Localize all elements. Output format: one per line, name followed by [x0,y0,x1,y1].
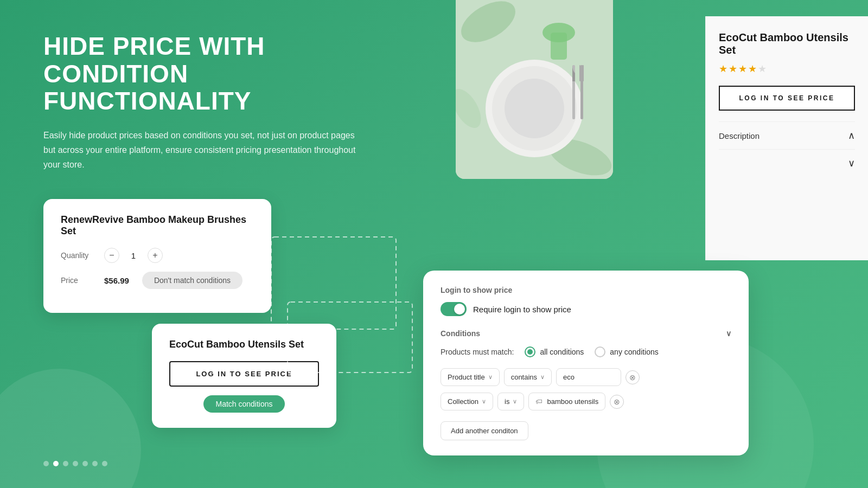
radio-all-outer [525,346,535,357]
toggle-label: Require login to show price [473,305,571,314]
condition1-field-chevron: ∨ [488,374,493,381]
conditions-chevron-down-icon: ∨ [726,329,731,338]
svg-point-10 [505,79,564,138]
svg-rect-14 [581,65,582,81]
radio-all-conditions[interactable]: all conditions [525,346,584,357]
login-section-title: Login to show price [441,286,731,294]
product-image-card [456,0,613,179]
condition2-field-select[interactable]: Collection ∨ [441,393,493,410]
condition1-close-icon: ⊗ [629,373,636,382]
star-4: ★ [748,63,757,75]
toggle-knob [454,304,465,314]
star-3: ★ [738,63,747,75]
radio-any-label: any conditions [610,348,659,356]
product-card-1: RenewRevive Bamboo Makeup Brushes Set Qu… [43,199,271,313]
product-detail-name: EcoCut Bamboo Utensils Set [719,31,855,56]
product-image [456,0,613,179]
card1-quantity-row: Quanlity − 1 + [61,248,254,263]
match-row: Products must match: all conditions any … [441,346,731,357]
svg-rect-0 [271,237,396,329]
qty-increase-btn[interactable]: + [148,248,163,263]
condition1-operator-chevron: ∨ [540,374,545,381]
dots-row [43,461,107,466]
dot-6[interactable] [102,461,107,466]
condition2-value-text: bamboo utensils [547,397,598,406]
condition2-remove-btn[interactable]: ⊗ [610,395,624,409]
dot-1[interactable] [53,461,59,466]
svg-rect-7 [551,33,567,60]
hero-description: Easily hide product prices based on cond… [43,128,369,172]
dot-4[interactable] [82,461,88,466]
card2-condition-badge: Match conditions [203,395,284,413]
qty-decrease-btn[interactable]: − [104,248,119,263]
extra-row[interactable]: ∨ [719,149,855,177]
product-details-card: EcoCut Bamboo Utensils Set ★ ★ ★ ★ ★ LOG… [705,16,868,260]
match-label: Products must match: [441,348,514,356]
condition2-operator-value: is [505,397,509,406]
qty-control: − 1 + [104,248,163,263]
dot-0[interactable] [43,461,49,466]
tag-icon: 🏷 [535,397,542,406]
add-condition-btn[interactable]: Add another conditon [441,421,528,440]
qty-value: 1 [128,251,139,260]
condition1-field-value: Product title [448,373,485,381]
svg-rect-12 [579,65,580,81]
radio-all-label: all conditions [540,348,584,356]
condition-row-1: Product title ∨ contains ∨ ⊗ [441,368,731,386]
card1-price-label: Price [61,276,104,285]
product-img-svg [456,0,613,179]
svg-rect-1 [288,302,412,373]
card1-price-row: Price $56.99 Don't match conditions [61,272,254,289]
hero-title: Hide Price With Condition Functionality [43,33,380,115]
minus-icon: − [109,251,114,260]
card1-price-value: $56.99 [104,276,129,285]
star-2: ★ [729,63,737,75]
conditions-panel: Login to show price Require login to sho… [423,271,749,455]
conditions-title: Conditions [441,329,480,338]
radio-any-outer [595,346,605,357]
right-panel: EcoCut Bamboo Utensils Set ★ ★ ★ ★ ★ LOG… [423,0,868,488]
star-1: ★ [719,63,727,75]
radio-all-inner [527,349,533,355]
star-5: ★ [758,63,767,75]
card-area: RenewRevive Bamboo Makeup Brushes Set Qu… [43,199,380,428]
condition1-field-select[interactable]: Product title ∨ [441,368,500,386]
condition2-operator-chevron: ∨ [513,398,517,405]
condition1-operator-value: contains [511,373,537,381]
description-label: Description [719,131,760,140]
condition1-value-input[interactable] [556,368,621,386]
condition-row-2: Collection ∨ is ∨ 🏷 bamboo utensils ⊗ [441,393,731,410]
card1-title: RenewRevive Bamboo Makeup Brushes Set [61,214,254,237]
dashed-connector-svg [266,232,418,394]
condition1-remove-btn[interactable]: ⊗ [626,370,640,384]
stars-row: ★ ★ ★ ★ ★ [719,63,855,75]
login-toggle[interactable] [441,302,467,316]
toggle-row: Require login to show price [441,302,731,316]
conditions-section-header: Conditions ∨ [441,329,731,338]
condition2-field-chevron: ∨ [482,398,486,405]
left-panel: Hide Price With Condition Functionality … [0,0,423,488]
dot-3[interactable] [73,461,78,466]
condition1-operator-select[interactable]: contains ∨ [504,368,552,386]
condition2-close-icon: ⊗ [614,397,620,406]
svg-rect-13 [583,65,584,81]
description-row[interactable]: Description ∧ [719,121,855,149]
card1-condition-badge: Don't match conditions [142,272,242,289]
condition2-value-select[interactable]: 🏷 bamboo utensils [528,393,605,410]
condition2-operator-select[interactable]: is ∨ [497,393,524,410]
radio-any-conditions[interactable]: any conditions [595,346,659,357]
description-chevron-up-icon: ∧ [848,130,855,142]
extra-chevron-down-icon: ∨ [848,157,855,169]
main-wrapper: Hide Price With Condition Functionality … [0,0,868,488]
plus-icon: + [152,251,157,260]
condition2-field-value: Collection [448,397,478,406]
dot-5[interactable] [92,461,98,466]
dot-2[interactable] [63,461,68,466]
card1-quantity-label: Quanlity [61,251,104,260]
product-log-btn[interactable]: LOG IN TO SEE PRICE [719,86,855,111]
